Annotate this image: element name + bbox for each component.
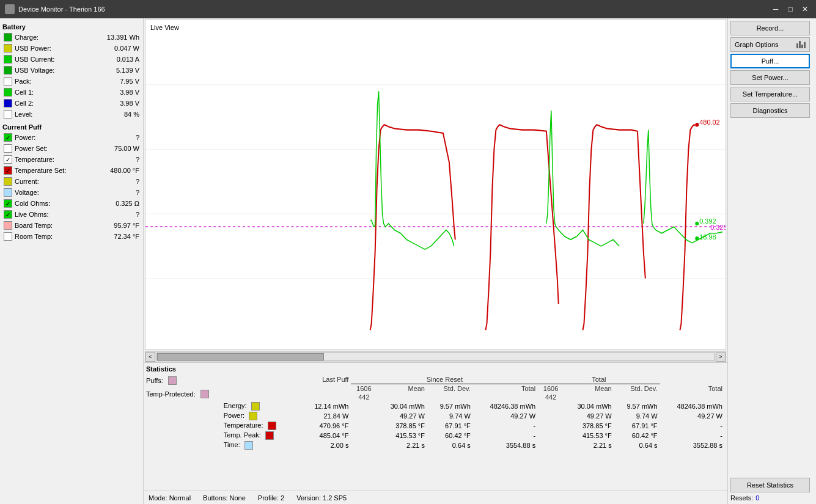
- close-button[interactable]: ✕: [799, 3, 811, 15]
- temp-label-cell: Temperature:: [221, 421, 301, 431]
- graph-options-button[interactable]: Graph Options: [730, 37, 810, 52]
- col-sr-total: Total: [473, 384, 538, 393]
- energy-sr-dummy: [351, 401, 377, 411]
- chart-svg: 480.02 0.392 0.325 1: [145, 20, 726, 349]
- usbcurrent-color: [4, 55, 12, 64]
- energy-label-cell: Energy:: [221, 401, 301, 411]
- col-sr-count: 1606: [351, 384, 377, 393]
- temppeak-t-std: 60.42 °F: [614, 431, 660, 440]
- puff-button[interactable]: Puff...: [730, 54, 810, 68]
- cp-liveohms-label: Live Ohms:: [15, 211, 103, 218]
- temp-protected-label: Temp-Protected:: [146, 390, 196, 398]
- cp-tempset-checkbox[interactable]: [4, 166, 12, 175]
- cp-tempset-label: Temperature Set:: [15, 167, 103, 174]
- puffs-label: Puffs:: [146, 377, 163, 384]
- col-empty2: [221, 384, 301, 393]
- puffs-color-box: [168, 376, 177, 385]
- cp-current-row: Current: ?: [2, 176, 141, 187]
- time-lastpuff: 2.00 s: [301, 440, 351, 450]
- scroll-thumb[interactable]: [157, 353, 324, 360]
- cp-power-checkbox[interactable]: [4, 133, 12, 142]
- cp-power-value: ?: [103, 134, 139, 141]
- col-lp: [301, 384, 351, 393]
- minimize-button[interactable]: ─: [770, 3, 782, 15]
- statistics-table: Last Puff Since Reset Total 1606 Mean: [221, 375, 725, 450]
- status-bar: Mode: Normal Buttons: None Profile: 2 Ve…: [144, 491, 727, 504]
- cp-liveohms-value: ?: [103, 211, 139, 218]
- cp-powerset-checkbox[interactable]: [4, 144, 12, 153]
- cp-temp-checkbox[interactable]: [4, 155, 12, 164]
- statistics-header: Statistics: [146, 365, 725, 373]
- cp-voltage-checkbox[interactable]: [4, 188, 12, 197]
- svg-point-8: [695, 222, 699, 225]
- set-power-button[interactable]: Set Power...: [730, 70, 810, 85]
- temppeak-t-mean: 415.53 °F: [564, 431, 614, 440]
- battery-level-row: Level: 84 %: [2, 109, 141, 120]
- version-status: Version: 1.2 SP5: [296, 494, 347, 502]
- record-button[interactable]: Record...: [730, 21, 810, 35]
- temppeak-label-cell: Temp. Peak:: [221, 431, 301, 440]
- usbcurrent-value: 0.013 A: [103, 56, 139, 63]
- reset-statistics-button[interactable]: Reset Statistics: [730, 478, 810, 492]
- table-row: Power: 21.84 W 49.27 W 9.74 W 49.27 W: [221, 411, 725, 421]
- pack-color: [4, 77, 12, 86]
- usbpower-value: 0.047 W: [103, 45, 139, 52]
- col-t-mean: Mean: [564, 384, 614, 393]
- power-t-dummy: [538, 411, 564, 421]
- resets-row: Resets: 0: [730, 494, 814, 502]
- power-t-std: 9.74 W: [614, 411, 660, 421]
- temppeak-sr-dummy: [351, 431, 377, 440]
- col-lastpuff: Last Puff: [301, 375, 351, 384]
- cp-boardtemp-label: Board Temp:: [15, 222, 103, 229]
- temp-t-dummy: [538, 421, 564, 431]
- title-bar: Device Monitor - Therion 166 ─ □ ✕: [0, 0, 816, 18]
- full-right: Live View: [144, 18, 816, 504]
- cp-roomtemp-checkbox[interactable]: [4, 232, 12, 241]
- cp-liveohms-checkbox[interactable]: [4, 210, 12, 219]
- col-sr-spacer: [377, 393, 538, 401]
- resets-value: 0: [755, 494, 759, 502]
- table-row: Time: 2.00 s 2.21 s 0.64 s 3554.88 s: [221, 440, 725, 450]
- scroll-track[interactable]: [156, 352, 715, 361]
- cp-temp-value: ?: [103, 156, 139, 163]
- cp-tempset-value: 480.00 °F: [103, 167, 139, 174]
- energy-t-std: 9.57 mWh: [614, 401, 660, 411]
- time-std: 0.64 s: [427, 440, 473, 450]
- cp-powerset-row: Power Set: 75.00 W: [2, 143, 141, 154]
- right-sidebar: Record... Graph Options Puff... Set Powe…: [727, 18, 816, 504]
- energy-t-dummy: [538, 401, 564, 411]
- power-lastpuff: 21.84 W: [301, 411, 351, 421]
- graph-icon: [796, 41, 806, 48]
- temppeak-mean: 415.53 °F: [377, 431, 427, 440]
- left-panel: Battery Charge: 13.391 Wh USB Power: 0.0…: [0, 18, 144, 504]
- level-value: 84 %: [103, 111, 139, 118]
- cell2-color: [4, 99, 12, 108]
- since-reset-header: Since Reset: [351, 375, 538, 384]
- level-label: Level:: [15, 111, 103, 118]
- app-icon: [5, 4, 15, 14]
- cp-coldohms-row: Cold Ohms: 0.325 Ω: [2, 198, 141, 209]
- battery-pack-row: Pack: 7.95 V: [2, 76, 141, 87]
- scroll-right-button[interactable]: >: [716, 352, 726, 362]
- temp-protected-color-box: [200, 390, 209, 398]
- time-label-cell: Time:: [221, 440, 301, 450]
- scroll-left-button[interactable]: <: [145, 352, 155, 362]
- chart-scrollbar[interactable]: < >: [145, 351, 726, 362]
- power-sr-dummy: [351, 411, 377, 421]
- cp-coldohms-checkbox[interactable]: [4, 199, 12, 208]
- set-temperature-button[interactable]: Set Temperature...: [730, 87, 810, 101]
- cp-current-checkbox[interactable]: [4, 177, 12, 186]
- mode-status: Mode: Normal: [149, 494, 191, 502]
- cell1-value: 3.98 V: [103, 89, 139, 96]
- cell1-color: [4, 88, 12, 97]
- cp-boardtemp-checkbox[interactable]: [4, 221, 12, 230]
- svg-text:16.98: 16.98: [699, 233, 716, 241]
- sidebar-spacer: [730, 120, 814, 478]
- graph-options-label: Graph Options: [735, 41, 779, 48]
- maximize-button[interactable]: □: [784, 3, 796, 15]
- diagnostics-button[interactable]: Diagnostics: [730, 103, 810, 118]
- usbvoltage-label: USB Voltage:: [15, 67, 103, 74]
- table-row: Energy: 12.14 mWh 30.04 mWh 9.57 mWh 482…: [221, 401, 725, 411]
- table-row: Temp. Peak: 485.04 °F 415.53 °F 60.42 °F…: [221, 431, 725, 440]
- battery-usbvoltage-row: USB Voltage: 5.139 V: [2, 65, 141, 76]
